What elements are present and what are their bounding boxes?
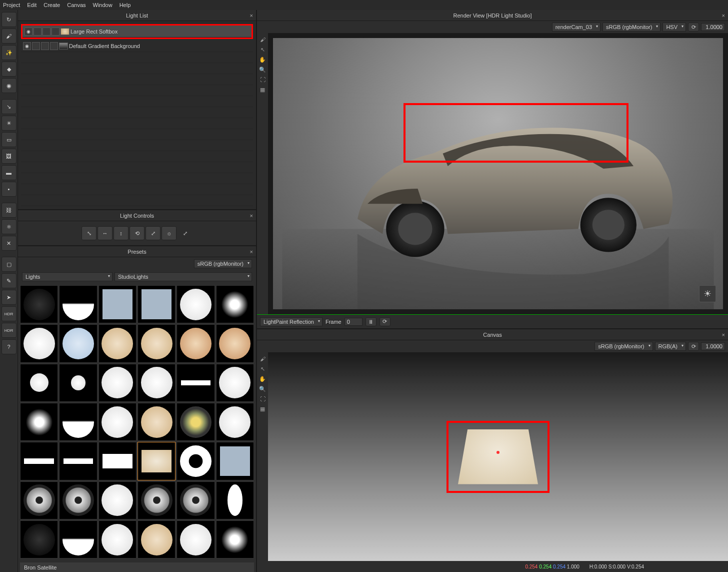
refresh-icon[interactable]: ⟳ [688, 342, 699, 351]
lock-toggle-icon[interactable] [50, 42, 58, 50]
sun-icon[interactable]: ☀ [699, 285, 716, 302]
preset-name-1[interactable]: Bron Satellite [20, 562, 254, 572]
preset-item[interactable] [216, 403, 254, 441]
menu-create[interactable]: Create [44, 2, 60, 8]
region-icon[interactable]: ▦ [258, 85, 267, 94]
preset-item[interactable] [59, 364, 97, 402]
preset-item[interactable] [138, 364, 176, 402]
tool-help-icon[interactable]: ? [2, 339, 16, 354]
cursor-icon[interactable]: ↖ [258, 45, 267, 54]
preset-item[interactable] [176, 364, 214, 402]
lock-toggle-icon[interactable] [52, 28, 60, 36]
close-icon[interactable]: × [250, 249, 253, 255]
frame-field[interactable]: 0 [344, 318, 362, 326]
preset-item[interactable] [216, 364, 254, 402]
menu-window[interactable]: Window [93, 2, 112, 8]
tool-wand-icon[interactable]: ✨ [2, 45, 16, 60]
refresh-icon[interactable]: ⟳ [380, 317, 390, 326]
preset-item[interactable] [20, 364, 58, 402]
preset-item[interactable] [98, 442, 136, 480]
menu-canvas[interactable]: Canvas [67, 2, 86, 8]
preset-item[interactable] [216, 520, 254, 558]
preset-item[interactable] [20, 285, 58, 323]
preset-item[interactable] [216, 481, 254, 519]
refresh-icon[interactable]: ⟳ [688, 23, 699, 32]
menu-help[interactable]: Help [120, 2, 131, 8]
preset-item[interactable] [216, 324, 254, 362]
move-x-button[interactable]: ↔ [98, 226, 112, 240]
fit-icon[interactable]: ⛶ [258, 394, 267, 403]
tool-pen-icon[interactable]: ✎ [2, 273, 16, 288]
hand-icon[interactable]: ✋ [258, 374, 267, 383]
close-icon[interactable]: × [722, 332, 725, 338]
preset-subcategory-dropdown[interactable]: StudioLights [114, 272, 252, 281]
region-icon[interactable]: ▦ [258, 404, 267, 413]
camera-dropdown[interactable]: renderCam_03 [552, 23, 600, 32]
brush-icon[interactable]: 🖌 [258, 354, 267, 363]
light-row[interactable]: ◉ Default Gradient Background [21, 40, 253, 52]
tool-hdr-icon[interactable]: HDR [2, 306, 16, 321]
tool-link-icon[interactable]: ⛓ [2, 203, 16, 218]
close-icon[interactable]: × [250, 213, 253, 219]
preset-item[interactable] [98, 403, 136, 441]
preset-item[interactable] [138, 442, 176, 480]
preset-item[interactable] [20, 324, 58, 362]
preset-item[interactable] [98, 520, 136, 558]
zoom-icon[interactable]: 🔍 [258, 65, 267, 74]
preset-item[interactable] [98, 285, 136, 323]
tool-frame-icon[interactable]: ▢ [2, 257, 16, 272]
canvas-viewport[interactable] [268, 352, 728, 561]
render-colorspace-dropdown[interactable]: sRGB (rgbMonitor) [602, 23, 660, 32]
preset-item[interactable] [176, 285, 214, 323]
preset-item[interactable] [59, 481, 97, 519]
preset-item[interactable] [20, 403, 58, 441]
tool-gradient-icon[interactable]: ▭ [2, 132, 16, 147]
tool-cursor-icon[interactable]: ➤ [2, 290, 16, 305]
preset-item[interactable] [138, 481, 176, 519]
preset-item[interactable] [216, 285, 254, 323]
preset-item[interactable] [176, 481, 214, 519]
tool-rect-icon[interactable]: ▬ [2, 165, 16, 180]
fit-icon[interactable]: ⛶ [258, 75, 267, 84]
preset-item[interactable] [59, 403, 97, 441]
mute-toggle-icon[interactable] [42, 28, 50, 36]
preset-item[interactable] [138, 403, 176, 441]
canvas-mode-dropdown[interactable]: RGB(A) [655, 342, 686, 351]
tool-rotate-icon[interactable]: ↻ [2, 12, 16, 27]
scale-button[interactable]: ⤢ [146, 226, 160, 240]
hand-icon[interactable]: ✋ [258, 55, 267, 64]
softbox-shape[interactable] [458, 429, 538, 484]
preset-item[interactable] [59, 285, 97, 323]
tool-close-icon[interactable]: ✕ [2, 236, 16, 251]
preset-item[interactable] [176, 324, 214, 362]
render-viewport[interactable]: ☀ [268, 33, 728, 314]
preset-colorspace-dropdown[interactable]: sRGB (rgbMonitor) [194, 259, 252, 268]
preset-item[interactable] [20, 520, 58, 558]
preset-item[interactable] [138, 324, 176, 362]
preset-item[interactable] [138, 520, 176, 558]
tool-hdr2-icon[interactable]: HDR [2, 323, 16, 338]
close-icon[interactable]: × [250, 13, 253, 19]
preset-item[interactable] [216, 442, 254, 480]
tool-arrow-icon[interactable]: ↘ [2, 99, 16, 114]
render-value-field[interactable]: 1.0000 [701, 23, 725, 31]
brush-icon[interactable]: 🖌 [258, 35, 267, 44]
preset-item[interactable] [98, 324, 136, 362]
tool-atom-icon[interactable]: ⚛ [2, 219, 16, 234]
pause-icon[interactable]: ⏸ [366, 317, 376, 326]
close-icon[interactable]: × [722, 13, 725, 19]
canvas-value-field[interactable]: 1.0000 [701, 342, 725, 350]
brightness-button[interactable]: ☼ [162, 226, 176, 240]
preset-item[interactable] [59, 442, 97, 480]
render-mode-dropdown[interactable]: HSV [662, 23, 686, 32]
preset-item[interactable] [59, 324, 97, 362]
preset-item[interactable] [59, 520, 97, 558]
tool-dot-icon[interactable]: • [2, 182, 16, 197]
preset-item[interactable] [176, 403, 214, 441]
tool-sun-icon[interactable]: ☀ [2, 116, 16, 131]
menu-edit[interactable]: Edit [27, 2, 36, 8]
preset-item[interactable] [138, 285, 176, 323]
tool-image-icon[interactable]: 🖼 [2, 149, 16, 164]
move-y-button[interactable]: ↕ [114, 226, 128, 240]
light-row[interactable]: ◉ Large Rect Softbox [22, 26, 252, 38]
